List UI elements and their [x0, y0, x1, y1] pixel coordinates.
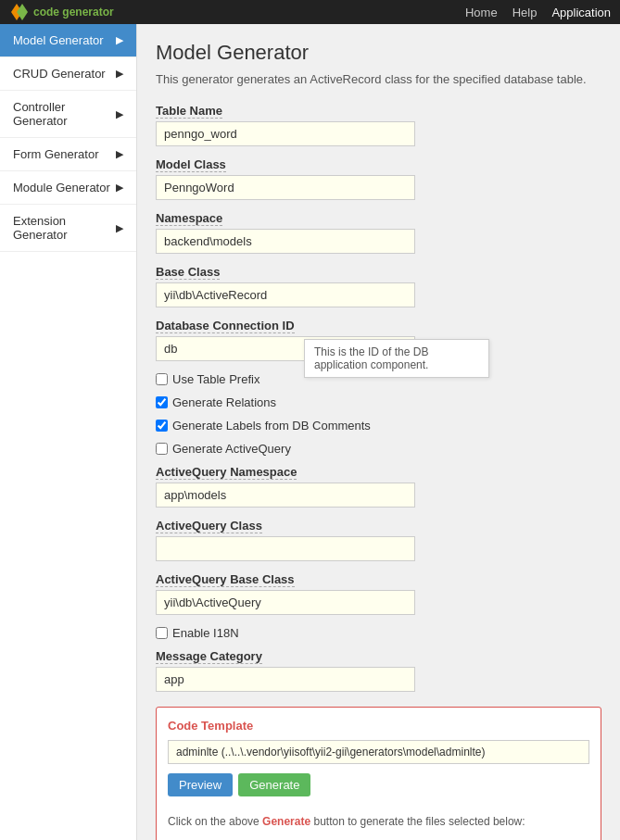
generate-word: Generate — [262, 815, 310, 828]
sidebar-label: Controller Generator — [13, 100, 116, 128]
chevron-right-icon: ▶ — [116, 222, 123, 234]
sidebar-item-module-generator[interactable]: Module Generator ▶ — [0, 171, 136, 205]
layout: Model Generator ▶ CRUD Generator ▶ Contr… — [0, 24, 620, 840]
generate-activequery-label: Generate ActiveQuery — [172, 442, 291, 456]
sidebar-item-form-generator[interactable]: Form Generator ▶ — [0, 138, 136, 171]
sidebar-label: CRUD Generator — [13, 67, 106, 81]
table-name-group: Table Name — [156, 104, 601, 146]
chevron-right-icon: ▶ — [116, 108, 123, 120]
activequery-ns-input[interactable] — [156, 483, 415, 508]
generate-relations-checkbox[interactable] — [156, 396, 168, 408]
code-template-label: Code Template — [168, 719, 589, 733]
chevron-right-icon: ▶ — [116, 148, 123, 160]
namespace-input[interactable] — [156, 229, 415, 254]
main-content: Model Generator This generator generates… — [137, 24, 620, 840]
base-class-group: Base Class — [156, 265, 601, 307]
code-template-input[interactable] — [168, 740, 589, 764]
chevron-right-icon: ▶ — [116, 182, 123, 194]
namespace-group: Namespace — [156, 211, 601, 254]
hint-text: Click on the above Generate button to ge… — [168, 813, 525, 830]
sidebar-label: Model Generator — [13, 33, 104, 47]
activequery-class-label: ActiveQuery Class — [156, 519, 262, 533]
page-title: Model Generator — [156, 41, 601, 65]
use-table-prefix-label: Use Table Prefix — [172, 372, 259, 386]
chevron-right-icon: ▶ — [116, 34, 123, 46]
namespace-label: Namespace — [156, 211, 222, 226]
message-category-input[interactable] — [156, 667, 415, 692]
sidebar-item-controller-generator[interactable]: Controller Generator ▶ — [0, 91, 136, 138]
activequery-ns-label: ActiveQuery Namespace — [156, 465, 297, 480]
generate-activequery-row: Generate ActiveQuery — [156, 442, 601, 456]
db-connection-group: Database Connection ID This is the ID of… — [156, 319, 601, 361]
db-tooltip: This is the ID of the DB application com… — [304, 339, 489, 378]
base-class-input[interactable] — [156, 282, 415, 307]
generate-relations-label: Generate Relations — [172, 395, 276, 409]
sidebar-item-crud-generator[interactable]: CRUD Generator ▶ — [0, 57, 136, 91]
message-category-label: Message Category — [156, 649, 262, 664]
preview-button[interactable]: Preview — [168, 773, 233, 796]
generate-labels-checkbox[interactable] — [156, 420, 168, 432]
sidebar-label: Extension Generator — [13, 214, 116, 242]
nav-application[interactable]: Application — [551, 6, 611, 19]
enable-i18n-label: Enable I18N — [172, 626, 239, 640]
sidebar-label: Form Generator — [13, 147, 98, 161]
use-table-prefix-checkbox[interactable] — [156, 373, 168, 385]
sidebar-label: Module Generator — [13, 181, 110, 194]
code-template-section: Code Template Preview Generate Click on … — [156, 707, 601, 841]
table-name-input[interactable] — [156, 121, 415, 146]
activequery-base-group: ActiveQuery Base Class — [156, 572, 601, 615]
generate-labels-label: Generate Labels from DB Comments — [172, 419, 371, 433]
nav-links: Home Help Application — [465, 6, 611, 19]
activequery-base-input[interactable] — [156, 590, 415, 615]
model-class-label: Model Class — [156, 157, 226, 172]
activequery-class-group: ActiveQuery Class — [156, 519, 601, 561]
chevron-right-icon: ▶ — [116, 68, 123, 80]
nav-help[interactable]: Help — [512, 6, 538, 19]
nav-home[interactable]: Home — [465, 6, 498, 19]
top-nav: code generator Home Help Application — [0, 0, 620, 24]
activequery-class-input[interactable] — [156, 536, 415, 561]
model-class-group: Model Class — [156, 157, 601, 200]
activequery-ns-group: ActiveQuery Namespace — [156, 465, 601, 508]
activequery-base-label: ActiveQuery Base Class — [156, 572, 295, 587]
table-name-label: Table Name — [156, 104, 222, 119]
generate-button[interactable]: Generate — [238, 773, 310, 796]
generate-labels-row: Generate Labels from DB Comments — [156, 419, 601, 433]
enable-i18n-row: Enable I18N — [156, 626, 601, 640]
enable-i18n-checkbox[interactable] — [156, 627, 168, 639]
hint-row: Click on the above Generate button to ge… — [168, 806, 589, 841]
sidebar-item-model-generator[interactable]: Model Generator ▶ — [0, 24, 136, 57]
sidebar: Model Generator ▶ CRUD Generator ▶ Contr… — [0, 24, 137, 840]
message-category-group: Message Category — [156, 649, 601, 692]
generate-activequery-checkbox[interactable] — [156, 443, 168, 455]
page-description: This generator generates an ActiveRecord… — [156, 70, 601, 89]
action-buttons: Preview Generate — [168, 773, 589, 796]
base-class-label: Base Class — [156, 265, 220, 280]
yii-logo-icon — [9, 2, 30, 22]
sidebar-item-extension-generator[interactable]: Extension Generator ▶ — [0, 205, 136, 252]
logo: code generator — [9, 2, 114, 22]
logo-text: code generator — [33, 6, 114, 19]
db-connection-label: Database Connection ID — [156, 319, 295, 333]
model-class-input[interactable] — [156, 175, 415, 200]
generate-relations-row: Generate Relations — [156, 395, 601, 409]
